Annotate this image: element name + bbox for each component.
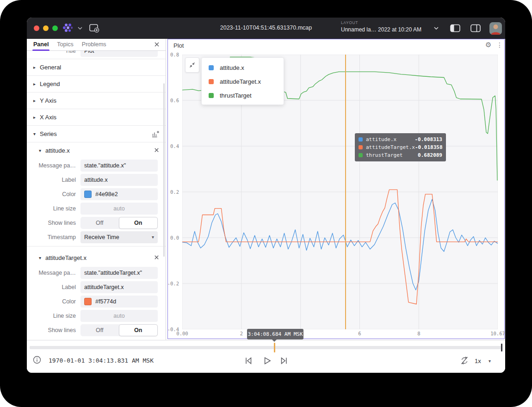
tab-panel[interactable]: Panel xyxy=(33,41,49,49)
legend-item-attitude-target-x[interactable]: attitudeTarget.x xyxy=(202,74,284,88)
color-swatch[interactable] xyxy=(84,191,92,198)
show-lines-toggle: Off On xyxy=(80,324,158,336)
sidebar-close-button[interactable] xyxy=(154,41,160,48)
series-line-attitude.x xyxy=(182,199,498,290)
y-tick-label: 0.2 xyxy=(170,189,179,195)
sidebar-scrollbar[interactable] xyxy=(163,83,165,257)
add-series-button[interactable] xyxy=(151,130,160,138)
caret-right-icon: ▸ xyxy=(33,98,40,103)
series-attitude-x-header[interactable]: ▾ attitude.x xyxy=(27,142,166,158)
caret-down-icon: ▾ xyxy=(39,255,45,260)
tab-topics[interactable]: Topics xyxy=(57,41,73,49)
timestamp-select[interactable]: Receive Time ▾ xyxy=(80,231,158,243)
scrubber-hover-time-tooltip: 3:04:08.684 AM MSK xyxy=(247,329,303,339)
x-axis-labels: 0.00246810.67 xyxy=(182,331,498,337)
series-color-chip xyxy=(209,79,214,84)
show-lines-on-button[interactable]: On xyxy=(119,324,158,336)
label-input[interactable]: attitudeTarget.x xyxy=(80,281,158,293)
color-row: Color #4e98e2 xyxy=(27,187,166,201)
show-lines-off-button[interactable]: Off xyxy=(80,217,119,229)
label-row: Label attitudeTarget.x xyxy=(27,280,166,294)
caret-down-icon: ▾ xyxy=(39,148,45,153)
section-y-axis[interactable]: ▸ Y Axis xyxy=(27,92,166,109)
close-window-button[interactable] xyxy=(34,25,39,31)
seek-forward-button[interactable] xyxy=(279,356,289,366)
seek-backward-button[interactable] xyxy=(243,356,254,366)
playback-speed[interactable]: 1x xyxy=(475,358,481,364)
message-path-row: Message pa… state."attitude.x" xyxy=(27,158,166,173)
remove-series-button[interactable] xyxy=(154,147,160,153)
series-color-chip xyxy=(359,153,363,157)
speed-chevron-icon[interactable]: ▾ xyxy=(489,358,491,364)
x-tick-label: 8 xyxy=(417,331,420,336)
title-field-input[interactable]: Plot xyxy=(80,51,158,57)
y-tick-label: 0.0 xyxy=(170,235,179,240)
caret-right-icon: ▸ xyxy=(33,115,40,120)
timeline-scrubber[interactable] xyxy=(30,346,502,349)
show-lines-off-button[interactable]: Off xyxy=(80,324,119,336)
data-source-title[interactable]: 2023-11-10T04:51:45.631370.mcap xyxy=(183,25,349,31)
x-tick-label: 0.00 xyxy=(176,331,188,336)
timeline-playhead[interactable] xyxy=(274,343,275,352)
right-sidebar-toggle-button[interactable] xyxy=(470,24,481,33)
timestamp-row: Timestamp Receive Time ▾ xyxy=(27,230,166,244)
loop-playback-off-button[interactable] xyxy=(460,356,469,365)
sidebar-divider xyxy=(166,39,166,340)
line-size-input[interactable]: auto xyxy=(80,310,158,322)
add-panel-button[interactable] xyxy=(89,23,100,33)
layout-chevron-icon[interactable] xyxy=(434,26,439,30)
message-path-input[interactable]: state."attitudeTarget.x" xyxy=(80,267,158,279)
label-input[interactable]: attitude.x xyxy=(80,174,158,186)
section-general[interactable]: ▸ General xyxy=(27,59,166,76)
title-field-row-clipped: Title Plot xyxy=(27,51,166,59)
maximize-window-button[interactable] xyxy=(52,25,58,31)
panel-settings-gear-icon[interactable]: ⚙ xyxy=(485,41,491,49)
legend-item-thrust-target[interactable]: thrustTarget xyxy=(202,88,284,102)
y-axis-labels: 0.80.60.40.20.0-0.2-0.4 xyxy=(168,55,180,329)
color-input[interactable]: #4e98e2 xyxy=(80,188,158,200)
playback-info-button[interactable] xyxy=(33,356,41,364)
title-bar: 2023-11-10T04:51:45.631370.mcap LAYOUT U… xyxy=(27,18,505,39)
play-button[interactable] xyxy=(262,356,272,366)
legend-collapse-button[interactable] xyxy=(185,57,199,73)
section-legend[interactable]: ▸ Legend xyxy=(27,76,166,92)
remove-series-button[interactable] xyxy=(154,254,160,260)
tab-problems[interactable]: Problems xyxy=(82,41,106,49)
section-x-axis[interactable]: ▸ X Axis xyxy=(27,109,166,126)
y-tick-label: -0.2 xyxy=(167,281,179,286)
current-timestamp: 1970-01-01 3:04:13.831 AM MSK xyxy=(49,357,154,364)
series-attitude-target-x-header[interactable]: ▾ attitudeTarget.x xyxy=(27,250,166,265)
left-sidebar-toggle-button[interactable] xyxy=(450,24,461,33)
color-input[interactable]: #f5774d xyxy=(80,296,158,308)
section-series[interactable]: ▾ Series xyxy=(27,126,166,142)
plot-panel[interactable]: Plot ⚙ ⋮ 0.80.60.40.20.0-0.2-0.4 0.00246… xyxy=(167,39,505,339)
caret-right-icon: ▸ xyxy=(33,65,40,70)
message-path-row: Message pa… state."attitudeTarget.x" xyxy=(27,265,166,280)
show-lines-on-button[interactable]: On xyxy=(119,217,158,229)
label-row: Label attitude.x xyxy=(27,173,166,187)
chart-legend: attitude.x attitudeTarget.x thrustTarget xyxy=(201,57,284,105)
playback-bar: 1970-01-01 3:04:13.831 AM MSK xyxy=(27,340,505,373)
panel-menu-kebab-icon[interactable]: ⋮ xyxy=(496,41,503,49)
series-color-chip xyxy=(359,137,363,142)
x-tick-label: 2 xyxy=(240,331,243,336)
color-swatch[interactable] xyxy=(84,298,92,305)
app-menu-chevron-icon[interactable] xyxy=(78,26,82,30)
message-path-input[interactable]: state."attitude.x" xyxy=(80,160,158,172)
hover-values-tooltip: attitude.x -0.008313 attitudeTarget.x -0… xyxy=(355,133,446,161)
user-avatar[interactable] xyxy=(489,22,502,35)
line-size-row: Line size auto xyxy=(27,201,166,216)
layout-name: Unnamed la… 2022 at 10:20 AM xyxy=(341,26,421,33)
foxglove-logo-icon[interactable] xyxy=(62,23,74,33)
layout-selector[interactable]: LAYOUT Unnamed la… 2022 at 10:20 AM xyxy=(341,20,421,33)
caret-right-icon: ▸ xyxy=(33,81,40,86)
y-tick-label: 0.6 xyxy=(170,98,179,103)
line-size-input[interactable]: auto xyxy=(80,203,158,215)
legend-item-attitude-x[interactable]: attitude.x xyxy=(202,61,284,74)
timeline-end-marker xyxy=(501,344,502,352)
show-lines-row: Show lines Off On xyxy=(27,216,166,230)
minimize-window-button[interactable] xyxy=(43,25,49,31)
playback-position-line xyxy=(345,55,346,329)
sidebar-tabs: Panel Topics Problems xyxy=(27,39,166,51)
layout-label: LAYOUT xyxy=(341,20,421,25)
